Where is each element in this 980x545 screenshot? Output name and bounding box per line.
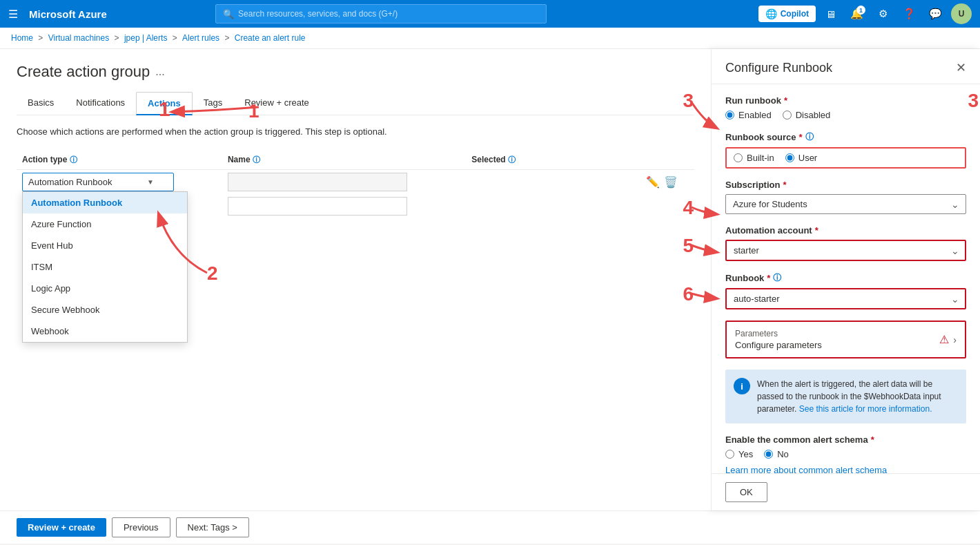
runbook-source-info-icon[interactable]: ⓘ: [805, 131, 814, 143]
search-icon: 🔍: [223, 9, 234, 19]
row2-name-input[interactable]: [228, 197, 407, 216]
top-navigation: ☰ Microsoft Azure 🔍 🌐 Copilot 🖥 🔔 1 ⚙ ❓ …: [0, 0, 980, 28]
help-button[interactable]: ❓: [899, 3, 921, 25]
automation-account-select-wrapper: starter: [725, 240, 966, 261]
schema-no-radio[interactable]: No: [764, 449, 789, 459]
automation-account-select[interactable]: starter: [725, 240, 966, 261]
notification-badge: 1: [856, 6, 865, 15]
breadcrumb-create-alert-rule[interactable]: Create an alert rule: [235, 33, 306, 43]
review-create-button[interactable]: Review + create: [17, 518, 106, 537]
parameters-box[interactable]: Parameters Configure parameters ⚠ ›: [725, 321, 966, 358]
name-info-icon[interactable]: ⓘ: [253, 155, 260, 164]
action-type-info-icon[interactable]: ⓘ: [70, 155, 77, 164]
tab-notifications[interactable]: Notifications: [65, 92, 136, 115]
learn-more-link[interactable]: Learn more about common alert schema: [725, 465, 887, 473]
settings-button[interactable]: ⚙: [872, 3, 894, 25]
right-panel-header: Configure Runbook ✕: [712, 49, 980, 84]
breadcrumb-vms[interactable]: Virtual machines: [48, 33, 110, 43]
user-avatar[interactable]: U: [951, 3, 972, 24]
subscription-select[interactable]: Azure for Students: [725, 194, 966, 214]
row2-selected-cell: [466, 194, 640, 218]
row1-edit-button[interactable]: ✏️: [646, 175, 660, 189]
subscription-label: Subscription *: [725, 180, 966, 190]
info-link[interactable]: See this article for more information.: [799, 404, 932, 414]
builtin-radio-input[interactable]: [734, 153, 743, 162]
row2-name-cell: [222, 194, 466, 218]
runbook-field: Runbook * ⓘ auto-starter: [725, 272, 966, 309]
breadcrumb-home[interactable]: Home: [11, 33, 33, 43]
search-input[interactable]: [238, 9, 539, 19]
dropdown-item-itsm[interactable]: ITSM: [23, 256, 187, 278]
user-radio[interactable]: User: [785, 153, 817, 163]
tab-review-create[interactable]: Review + create: [233, 92, 320, 115]
cloud-shell-icon: 🖥: [825, 8, 836, 20]
notifications-button[interactable]: 🔔 1: [846, 3, 868, 25]
action-type-dropdown-trigger[interactable]: Automation Runbook ▼: [22, 173, 174, 191]
runbook-info-icon[interactable]: ⓘ: [773, 272, 781, 284]
dropdown-item-logic-app[interactable]: Logic App: [23, 278, 187, 299]
parameters-value: Configure parameters: [735, 340, 822, 350]
parameters-icons: ⚠ ›: [939, 333, 957, 346]
disabled-radio[interactable]: Disabled: [783, 110, 831, 120]
col-header-action-type: Action type ⓘ: [17, 151, 222, 170]
table-row: Automation Runbook ▼ Automation Runbook …: [17, 170, 694, 195]
enabled-radio[interactable]: Enabled: [725, 110, 772, 120]
feedback-button[interactable]: 💬: [925, 3, 947, 25]
tab-basics[interactable]: Basics: [17, 92, 65, 115]
schema-yes-radio[interactable]: Yes: [725, 449, 753, 459]
row1-name-input[interactable]: [228, 173, 407, 191]
cloud-shell-button[interactable]: 🖥: [820, 3, 842, 25]
runbook-source-radio-group: Built-in User: [725, 147, 966, 169]
tab-actions[interactable]: Actions: [136, 92, 193, 115]
row1-action-type-cell: Automation Runbook ▼ Automation Runbook …: [17, 170, 222, 195]
page-title: Create action group: [17, 63, 150, 81]
info-box: i When the alert is triggered, the alert…: [725, 370, 966, 423]
warning-icon: ⚠: [939, 333, 949, 346]
hamburger-menu-icon[interactable]: ☰: [8, 8, 18, 21]
next-tags-button[interactable]: Next: Tags >: [176, 517, 249, 537]
dropdown-item-automation-runbook[interactable]: Automation Runbook: [23, 192, 187, 213]
info-box-text: When the alert is triggered, the alert d…: [757, 378, 958, 415]
user-radio-input[interactable]: [785, 153, 794, 162]
run-runbook-radio-group: Enabled Disabled: [725, 110, 966, 120]
copilot-button[interactable]: 🌐 Copilot: [758, 6, 816, 22]
row1-selected-cell: [466, 170, 640, 195]
col-header-name: Name ⓘ: [222, 151, 466, 170]
builtin-radio[interactable]: Built-in: [734, 153, 774, 163]
dropdown-item-webhook[interactable]: Webhook: [23, 321, 187, 342]
row1-delete-button[interactable]: 🗑️: [664, 175, 678, 189]
dropdown-item-secure-webhook[interactable]: Secure Webhook: [23, 299, 187, 321]
required-star-5: *: [767, 273, 770, 283]
row1-action-icons: ✏️ 🗑️: [646, 175, 689, 189]
actions-table: Action type ⓘ Name ⓘ Selected ⓘ: [17, 151, 694, 218]
close-panel-button[interactable]: ✕: [956, 60, 966, 75]
page-options-icon[interactable]: ...: [155, 66, 164, 78]
schema-yes-radio-input[interactable]: [725, 450, 734, 459]
enabled-radio-input[interactable]: [725, 111, 734, 119]
left-panel: Create action group ... Basics Notificat…: [0, 49, 711, 510]
breadcrumb: Home > Virtual machines > jpep | Alerts …: [0, 28, 980, 49]
disabled-radio-input[interactable]: [783, 111, 792, 119]
right-panel-body: Run runbook * Enabled Disabled 3: [712, 84, 980, 473]
col-header-row-actions: [640, 151, 694, 170]
breadcrumb-alert-rules[interactable]: Alert rules: [182, 33, 219, 43]
nav-icons: 🌐 Copilot 🖥 🔔 1 ⚙ ❓ 💬 U: [758, 3, 972, 25]
subscription-field: Subscription * Azure for Students: [725, 180, 966, 214]
previous-button[interactable]: Previous: [112, 517, 170, 537]
search-bar[interactable]: 🔍: [215, 4, 547, 23]
runbook-select[interactable]: auto-starter: [725, 288, 966, 309]
schema-no-radio-input[interactable]: [764, 450, 773, 459]
tab-tags[interactable]: Tags: [193, 92, 233, 115]
tab-description: Choose which actions are performed when …: [17, 126, 694, 137]
required-star: *: [784, 95, 787, 106]
breadcrumb-alerts[interactable]: jpep | Alerts: [124, 33, 167, 43]
dropdown-item-event-hub[interactable]: Event Hub: [23, 235, 187, 256]
automation-account-field: Automation account * starter: [725, 225, 966, 261]
brand-logo: Microsoft Azure: [29, 8, 107, 20]
selected-info-icon[interactable]: ⓘ: [508, 155, 516, 164]
configure-runbook-panel: Configure Runbook ✕ Run runbook * Enable…: [711, 49, 980, 510]
ok-button[interactable]: OK: [725, 482, 767, 502]
dropdown-item-azure-function[interactable]: Azure Function: [23, 213, 187, 235]
schema-label: Enable the common alert schema *: [725, 434, 966, 445]
run-runbook-field: Run runbook * Enabled Disabled: [725, 95, 966, 120]
